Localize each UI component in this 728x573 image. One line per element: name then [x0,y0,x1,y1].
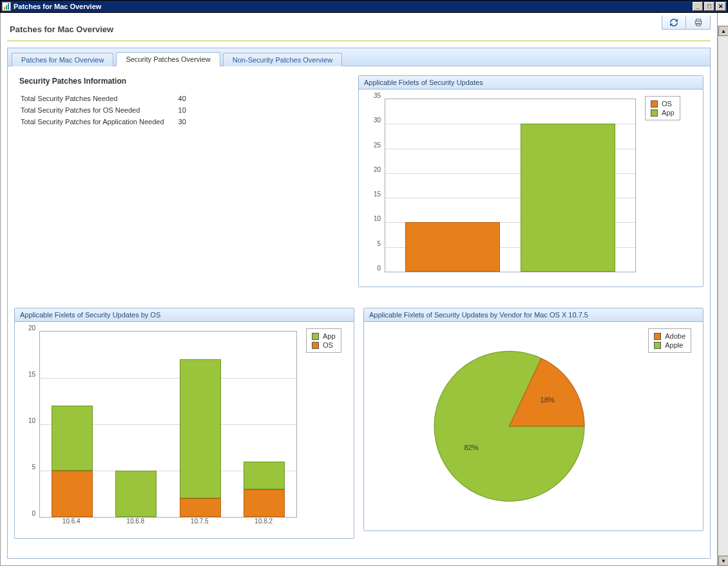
y-tick-label: 15 [365,191,381,198]
bar-app [244,462,285,489]
chart2-plot [39,331,297,518]
print-button[interactable] [686,15,711,30]
bar-app [180,359,221,498]
info-label: Total Security Patches for Application N… [21,117,177,127]
chart1-panel: Applicable Fixlets of Security Updates 0… [358,75,704,287]
window-titlebar: Patches for Mac Overview _ □ ✕ [0,0,728,13]
close-button[interactable]: ✕ [716,2,726,11]
y-tick-label: 0 [365,265,381,272]
info-heading: Security Patches Information [19,77,349,86]
bar [405,222,500,272]
tab-body: Security Patches Information Total Secur… [8,66,710,558]
content-area: Patches for Mac Overview Patches for Mac… [0,13,718,566]
x-tick-label: 10.8.2 [238,518,289,525]
window-title: Patches for Mac Overview [14,3,101,10]
page-title: Patches for Mac Overview [7,17,113,38]
chart3-panel: Applicable Fixlets of Security Updates b… [363,308,704,531]
bar-os [180,498,221,517]
info-table: Total Security Patches Needed 40 Total S… [19,92,200,128]
header-separator [7,41,711,41]
info-row: Total Security Patches Needed 40 [21,93,199,104]
info-row: Total Security Patches for Application N… [21,117,199,127]
tab-container: Patches for Mac Overview Security Patche… [7,48,711,559]
x-tick-label: 10.6.4 [46,518,97,525]
tab-security-patches[interactable]: Security Patches Overview [116,52,220,66]
info-row: Total Security Patches for OS Needed 10 [21,105,199,115]
info-label: Total Security Patches Needed [21,93,177,104]
legend-swatch-os [651,100,658,108]
minimize-button[interactable]: _ [693,2,703,11]
chart2-panel: Applicable Fixlets of Security Updates b… [14,308,354,539]
bar-app [52,406,93,471]
y-tick-label: 10 [21,417,35,424]
info-value: 40 [178,93,199,104]
legend-swatch-app [312,333,319,340]
y-tick-label: 10 [365,215,381,222]
print-icon [694,18,703,27]
bar-app [115,471,157,517]
y-tick-label: 25 [365,142,381,149]
legend-label: Apple [665,341,683,349]
y-tick-label: 20 [365,166,381,173]
chart1-plot [385,99,636,272]
chart2-legend: App OS [306,328,341,353]
chart1-legend: OS App [645,96,680,120]
scroll-down-button[interactable]: ▼ [718,556,728,566]
y-tick-label: 35 [365,92,381,99]
scroll-up-button[interactable]: ▲ [718,26,728,36]
bar [521,124,615,272]
maximize-button[interactable]: □ [704,2,714,11]
legend-swatch-os [312,342,319,349]
chart3-title: Applicable Fixlets of Security Updates b… [364,308,703,322]
x-tick-label: 10.7.5 [174,518,225,525]
refresh-icon [669,18,678,27]
refresh-button[interactable] [662,15,686,30]
tab-patches-overview[interactable]: Patches for Mac Overview [12,53,113,66]
info-label: Total Security Patches for OS Needed [21,105,177,115]
bar-os [244,489,285,517]
legend-swatch-app [651,109,658,117]
vertical-scrollbar[interactable]: ▲ ▼ [718,26,728,566]
tabstrip: Patches for Mac Overview Security Patche… [8,48,710,66]
legend-label: App [662,109,675,117]
legend-label: OS [662,100,672,108]
app-icon [2,2,11,11]
legend-swatch-apple [654,342,661,349]
y-tick-label: 15 [21,371,35,378]
y-tick-label: 30 [365,117,381,124]
legend-label: OS [323,341,333,349]
y-tick-label: 20 [21,324,35,332]
y-tick-label: 0 [21,510,35,517]
info-value: 10 [178,105,199,115]
tab-non-security-patches[interactable]: Non-Security Patches Overview [223,53,342,66]
y-tick-label: 5 [365,240,381,247]
x-tick-label: 10.6.8 [110,518,161,525]
chart3-pie: 82%18% [370,328,648,524]
chart1-title: Applicable Fixlets of Security Updates [359,76,703,89]
chart3-legend: Adobe Apple [648,328,691,353]
legend-label: App [323,332,336,340]
legend-swatch-adobe [654,333,661,340]
pie-slice-label: 18% [540,396,554,404]
y-tick-label: 5 [21,464,35,471]
info-value: 30 [178,117,199,127]
toolbar [662,15,711,30]
chart2-title: Applicable Fixlets of Security Updates b… [15,308,354,322]
pie-slice-label: 82% [464,444,478,451]
bar-os [52,471,93,517]
legend-label: Adobe [665,332,685,340]
